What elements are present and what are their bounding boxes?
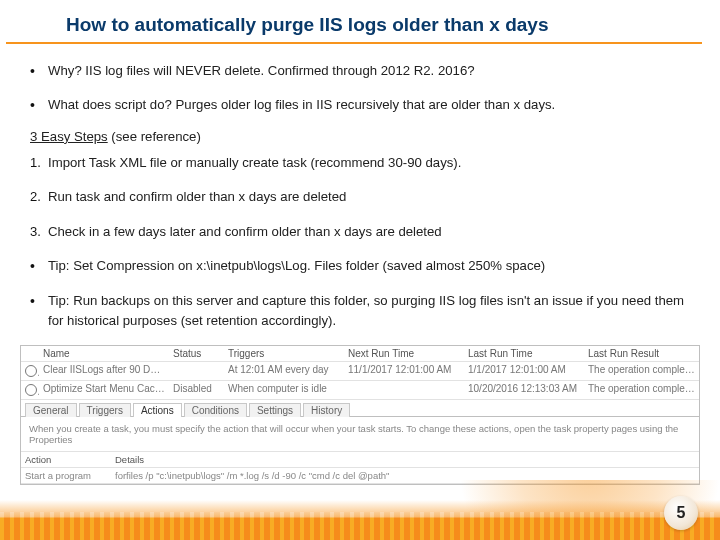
col-triggers: Triggers xyxy=(224,346,344,361)
bullet-list: Why? IIS log files will NEVER delete. Co… xyxy=(30,54,690,123)
slide-title: How to automatically purge IIS logs olde… xyxy=(6,0,702,44)
task-scheduler-screenshot: Name Status Triggers Next Run Time Last … xyxy=(20,345,700,485)
col-action: Action xyxy=(21,452,111,467)
steps-subhead-rest: (see reference) xyxy=(108,129,201,144)
step-item: Import Task XML file or manually create … xyxy=(30,146,690,180)
step-item: Check in a few days later and confirm ol… xyxy=(30,215,690,249)
steps-subhead-underlined: 3 Easy Steps xyxy=(30,129,108,144)
tab-hint: When you create a task, you must specify… xyxy=(21,417,699,452)
task-status: Disabled xyxy=(169,381,224,399)
slide-content: Why? IIS log files will NEVER delete. Co… xyxy=(0,50,720,339)
bullet-item: Why? IIS log files will NEVER delete. Co… xyxy=(30,54,690,88)
col-last: Last Run Time xyxy=(464,346,584,361)
col-result: Last Run Result xyxy=(584,346,699,361)
page-number: 5 xyxy=(664,496,698,530)
tab-conditions: Conditions xyxy=(184,403,247,417)
task-next: 11/1/2017 12:01:00 AM xyxy=(344,362,464,380)
tip-item: Tip: Run backups on this server and capt… xyxy=(30,284,690,339)
step-item: Run task and confirm older than x days a… xyxy=(30,180,690,214)
action-table-header: Action Details xyxy=(21,452,699,468)
task-result: The operation completed successfully. (0… xyxy=(584,381,699,399)
bullet-item: What does script do? Purges older log fi… xyxy=(30,88,690,122)
tab-settings: Settings xyxy=(249,403,301,417)
task-last: 10/20/2016 12:13:03 AM xyxy=(464,381,584,399)
slide-footer-graphic xyxy=(0,480,720,540)
clock-icon xyxy=(25,384,37,396)
steps-subhead: 3 Easy Steps (see reference) xyxy=(30,123,690,146)
col-details: Details xyxy=(111,452,699,467)
steps-list: Import Task XML file or manually create … xyxy=(30,146,690,339)
task-status xyxy=(169,362,224,380)
task-last: 1/1/2017 12:01:00 AM xyxy=(464,362,584,380)
col-name: Name xyxy=(39,346,169,361)
task-name: Clear IISLogs after 90 Days xyxy=(39,362,169,380)
tab-general: General xyxy=(25,403,77,417)
tip-item: Tip: Set Compression on x:\inetpub\logs\… xyxy=(30,249,690,283)
tab-triggers: Triggers xyxy=(79,403,131,417)
task-table-header: Name Status Triggers Next Run Time Last … xyxy=(21,346,699,362)
tab-actions: Actions xyxy=(133,403,182,417)
slide: How to automatically purge IIS logs olde… xyxy=(0,0,720,540)
task-next xyxy=(344,381,464,399)
task-triggers: When computer is idle xyxy=(224,381,344,399)
task-row: Optimize Start Menu Cache F… Disabled Wh… xyxy=(21,381,699,400)
task-triggers: At 12:01 AM every day xyxy=(224,362,344,380)
task-result: The operation completed successfully. (0… xyxy=(584,362,699,380)
task-name: Optimize Start Menu Cache F… xyxy=(39,381,169,399)
col-status: Status xyxy=(169,346,224,361)
col-next: Next Run Time xyxy=(344,346,464,361)
task-tabs: General Triggers Actions Conditions Sett… xyxy=(21,400,699,417)
tab-history: History xyxy=(303,403,350,417)
clock-icon xyxy=(25,365,37,377)
task-row: Clear IISLogs after 90 Days At 12:01 AM … xyxy=(21,362,699,381)
